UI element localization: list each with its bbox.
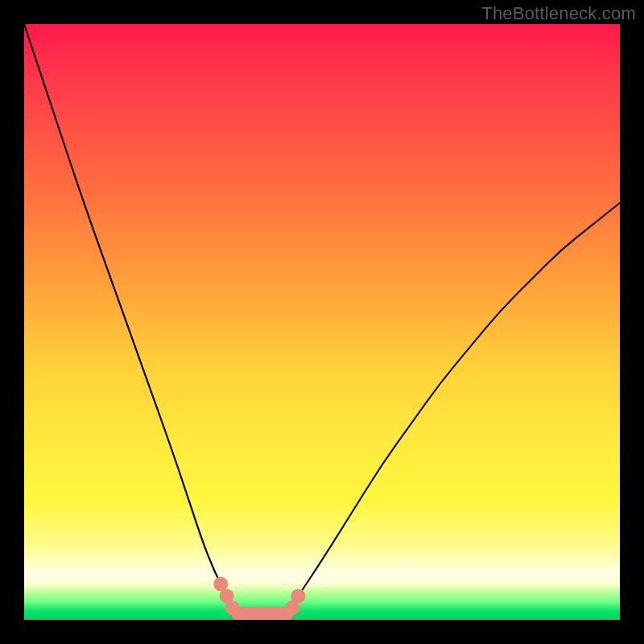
right-curve	[287, 203, 620, 614]
chart-frame: TheBottleneck.com	[0, 0, 644, 644]
curve-layer	[24, 24, 620, 620]
valley-marker-dot	[291, 588, 305, 603]
plot-area	[24, 24, 620, 620]
watermark-text: TheBottleneck.com	[481, 3, 636, 24]
left-curve	[24, 24, 238, 614]
valley-marker-group	[213, 577, 305, 620]
